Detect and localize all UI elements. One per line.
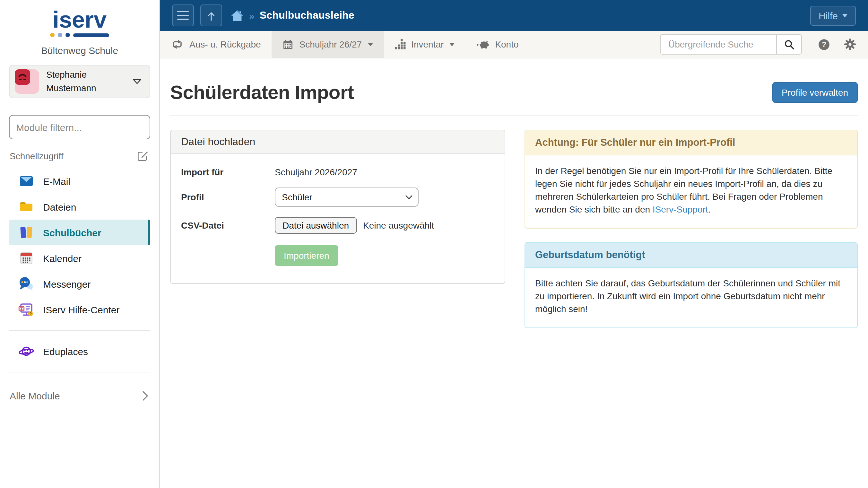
caret-down-icon: [368, 43, 373, 46]
warning-panel-body: In der Regel benötigen Sie nur ein Impor…: [525, 155, 857, 228]
search-icon: [783, 39, 795, 50]
import-for-value: Schuljahr 2026/2027: [275, 167, 357, 177]
svg-text:?: ?: [29, 311, 32, 316]
breadcrumb-current[interactable]: Schulbuchausleihe: [260, 10, 354, 21]
help-label: Hilfe: [818, 10, 838, 21]
sidebar-item-label: Dateien: [43, 201, 76, 212]
arrow-up-icon: [206, 10, 216, 21]
module-menu: E-Mail Dateien Schulbüch: [0, 168, 159, 322]
module-filter-input[interactable]: [9, 115, 150, 139]
tab-label: Schuljahr 26/27: [300, 39, 362, 50]
gear-icon: [844, 38, 857, 51]
alerts-column: Achtung: Für Schüler nur ein Import-Prof…: [524, 130, 858, 328]
sidebar-item-eduplaces[interactable]: Eduplaces: [9, 338, 150, 364]
info-panel-title: Geburtsdatum benötigt: [525, 243, 857, 268]
profile-select[interactable]: Schüler: [275, 187, 418, 207]
folder-icon: [18, 199, 35, 214]
sidebar-item-label: IServ Hilfe-Center: [43, 304, 119, 315]
logo-dot-lightblue: [58, 33, 62, 37]
profile-row: Profil Schüler: [181, 187, 494, 207]
module-navbar: Aus- u. Rückgabe Schuljahr 2: [160, 31, 868, 58]
sidebar-item-messenger[interactable]: Messenger: [9, 271, 150, 297]
user-name: Stephanie Mustermann: [46, 68, 96, 96]
sidebar-item-label: Kalender: [43, 253, 82, 264]
import-for-label: Import für: [181, 167, 275, 177]
quick-access-label: Schnellzugriff: [10, 151, 64, 161]
sidebar-item-hilfe-center[interactable]: ? IServ Hilfe-Center: [9, 297, 150, 322]
tab-aus-rueckgabe[interactable]: Aus- u. Rückgabe: [160, 31, 272, 58]
iserv-app: iserv Bültenweg Schule: [0, 0, 868, 488]
main-area: » Schulbuchausleihe Hilfe Aus- u. Rückga…: [160, 0, 868, 488]
iserv-logo[interactable]: iserv: [49, 9, 111, 37]
sidebar-item-label: Eduplaces: [43, 346, 88, 357]
tab-inventar[interactable]: Inventar: [383, 31, 465, 58]
sidebar-item-kalender[interactable]: Kalender: [9, 245, 150, 271]
page-header: Schülerdaten Import Profile verwalten: [170, 58, 858, 103]
help-center-icon: ?: [18, 302, 35, 317]
logo-text: iserv: [49, 9, 111, 31]
calendar-icon: [18, 250, 35, 266]
sidebar-item-label: Messenger: [43, 278, 91, 289]
logo-dot-yellow: [50, 33, 55, 37]
sidebar-item-email[interactable]: E-Mail: [9, 168, 150, 194]
user-last-name: Mustermann: [46, 83, 96, 93]
caret-down-icon: [842, 14, 847, 17]
chevron-right-icon: [142, 390, 148, 401]
manage-profiles-button[interactable]: Profile verwalten: [772, 82, 858, 103]
csv-file-row: CSV-Datei Datei auswählen Keine ausgewäh…: [181, 217, 494, 234]
chat-icon: [18, 276, 35, 292]
warning-panel: Achtung: Für Schüler nur ein Import-Prof…: [524, 130, 858, 228]
all-modules-link[interactable]: Alle Module: [10, 387, 148, 405]
sidebar-divider: [9, 330, 150, 331]
tab-label: Inventar: [411, 39, 444, 50]
page-content: Schülerdaten Import Profile verwalten Da…: [160, 58, 868, 488]
home-icon[interactable]: [230, 9, 244, 22]
help-dropdown-button[interactable]: Hilfe: [810, 5, 856, 25]
logo-underline: [49, 33, 111, 37]
search-button[interactable]: [776, 34, 802, 55]
scroll-top-button[interactable]: [200, 4, 222, 26]
sidebar-item-label: E-Mail: [43, 176, 70, 186]
quick-access-header: Schnellzugriff: [10, 150, 149, 162]
upload-card-body: Import für Schuljahr 2026/2027 Profil Sc…: [171, 154, 504, 283]
help-circle-button[interactable]: ?: [817, 37, 831, 51]
tab-label: Aus- u. Rückgabe: [189, 39, 261, 50]
search-input[interactable]: [660, 34, 776, 55]
sidebar-item-label: Schulbücher: [43, 227, 101, 238]
avatar: [15, 69, 39, 94]
edit-icon[interactable]: [137, 150, 149, 162]
question-circle-icon: ?: [817, 37, 831, 51]
upload-card: Datei hochladen Import für Schuljahr 202…: [170, 130, 505, 284]
all-modules-label: Alle Module: [10, 390, 60, 401]
brand-block: iserv Bültenweg Schule: [0, 0, 159, 56]
user-menu[interactable]: Stephanie Mustermann: [9, 65, 150, 98]
tab-label: Konto: [495, 39, 519, 50]
warning-text-after-link: .: [708, 204, 711, 214]
menu-toggle-button[interactable]: [172, 4, 194, 26]
global-search: ?: [660, 34, 858, 55]
profile-select-wrap: Schüler: [275, 187, 418, 207]
logo-dot-blue: [65, 33, 70, 37]
info-panel: Geburtsdatum benötigt Bitte achten Sie d…: [524, 242, 858, 328]
header-divider: [170, 115, 858, 116]
content-columns: Datei hochladen Import für Schuljahr 202…: [170, 130, 858, 328]
email-icon: [18, 173, 35, 189]
planet-icon: [18, 343, 35, 359]
top-navbar: » Schulbuchausleihe Hilfe: [160, 0, 868, 31]
exchange-icon: [171, 39, 184, 50]
chevron-down-icon: [132, 78, 142, 85]
page-title: Schülerdaten Import: [170, 82, 354, 103]
settings-button[interactable]: [844, 38, 857, 51]
user-first-name: Stephanie: [46, 69, 87, 79]
sidebar-item-dateien[interactable]: Dateien: [9, 194, 150, 220]
piggy-bank-icon: [476, 39, 489, 50]
csv-file-label: CSV-Datei: [181, 220, 275, 231]
iserv-support-link[interactable]: IServ-Support: [653, 204, 708, 214]
tab-konto[interactable]: Konto: [465, 31, 529, 58]
choose-file-button[interactable]: Datei auswählen: [275, 217, 356, 234]
info-panel-body: Bitte achten Sie darauf, das Geburtsdatu…: [525, 268, 857, 328]
breadcrumb-separator: »: [249, 10, 254, 21]
sidebar-item-schulbuecher[interactable]: Schulbücher: [9, 220, 150, 245]
import-button[interactable]: Importieren: [275, 245, 338, 266]
tab-schuljahr[interactable]: Schuljahr 26/27: [272, 31, 384, 58]
